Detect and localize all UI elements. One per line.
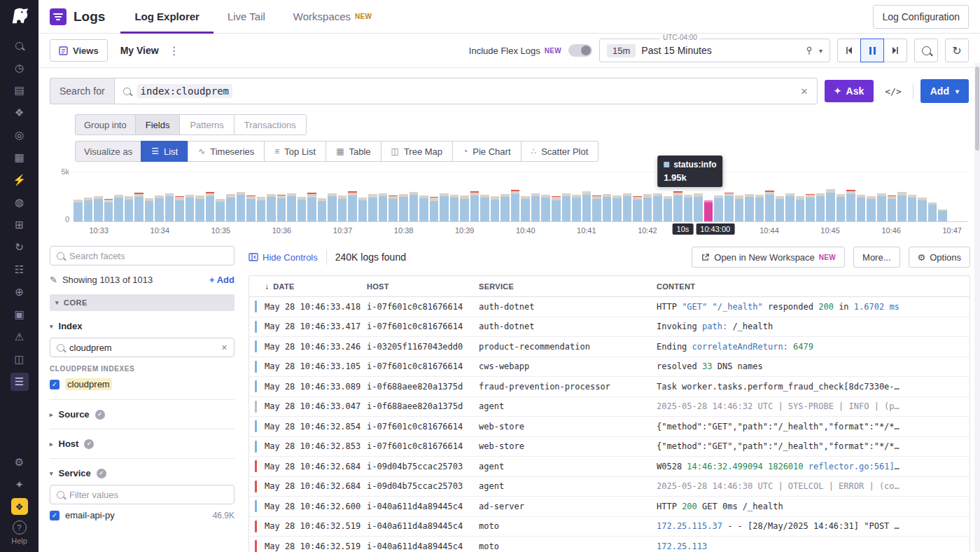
histogram-bar[interactable]: [785, 172, 794, 221]
synthetics-icon[interactable]: ⊞: [10, 216, 29, 234]
time-back-button[interactable]: [837, 39, 861, 62]
histogram-bar[interactable]: [338, 172, 347, 221]
tab-live-tail[interactable]: Live Tail: [214, 0, 279, 34]
histogram-bar[interactable]: [623, 172, 632, 221]
log-configuration-button[interactable]: Log Configuration: [873, 5, 969, 29]
group-fields-tab[interactable]: Fields: [135, 114, 181, 135]
open-in-workspace-button[interactable]: Open in New Workspace NEW: [692, 247, 845, 268]
facet-service-header[interactable]: ▾ Service ✓: [50, 468, 234, 478]
facet-index-header[interactable]: ▾ Index: [50, 321, 234, 331]
add-facet-button[interactable]: + Add: [209, 275, 234, 285]
log-row[interactable]: May 28 10:46:32.684i-09d04b75ccac25703ag…: [249, 457, 969, 477]
histogram-bar[interactable]: [603, 172, 612, 221]
viz-top-list-tab[interactable]: ≡ Top List: [264, 141, 326, 162]
viz-tree-map-tab[interactable]: ◫ Tree Map: [381, 141, 454, 162]
pin-icon[interactable]: [805, 46, 813, 55]
histogram-bar[interactable]: [399, 172, 408, 221]
facet-source-header[interactable]: ▸ Source ✓: [50, 409, 234, 420]
sort-desc-icon[interactable]: ↓: [265, 282, 269, 291]
histogram-bar[interactable]: [460, 172, 469, 221]
log-row[interactable]: May 28 10:46:33.418i-07f601c0c81676614au…: [249, 297, 969, 317]
facet-search-input[interactable]: Search facets: [50, 246, 234, 265]
histogram-bar[interactable]: [806, 172, 815, 221]
flex-logs-toggle[interactable]: [568, 44, 592, 57]
facet-value-cloudprem[interactable]: ✓ cloudprem: [50, 378, 234, 390]
log-row[interactable]: May 28 10:46:33.047i-0f688aee820a1375dag…: [249, 397, 969, 418]
group-patterns-tab[interactable]: Patterns: [179, 114, 234, 135]
histogram-bar[interactable]: [928, 172, 937, 221]
view-menu-kebab-icon[interactable]: ⋮: [166, 44, 183, 57]
histogram-bar[interactable]: [125, 172, 134, 221]
histogram-bar[interactable]: [287, 172, 296, 221]
histogram-bar[interactable]: [765, 172, 774, 221]
histogram-bar[interactable]: [857, 172, 866, 221]
histogram-bar[interactable]: [724, 172, 734, 221]
histogram-bar[interactable]: [237, 172, 246, 221]
index-filter-input[interactable]: cloudprem ✕: [50, 338, 234, 357]
histogram-bar[interactable]: [735, 172, 744, 221]
code-view-button[interactable]: </>: [881, 83, 905, 99]
viz-timeseries-tab[interactable]: ∿ Timeseries: [188, 141, 265, 162]
refresh-button[interactable]: ↻: [945, 39, 969, 62]
histogram-bar[interactable]: [94, 172, 103, 221]
rum-icon[interactable]: ◍: [10, 193, 29, 212]
histogram-bar[interactable]: [908, 172, 917, 221]
histogram-bar[interactable]: [104, 172, 113, 221]
tab-workspaces[interactable]: Workspaces NEW: [279, 0, 386, 34]
error-tracking-icon[interactable]: ⚠: [10, 328, 29, 346]
histogram-bar[interactable]: [877, 172, 886, 221]
viz-table-tab[interactable]: ▦ Table: [326, 141, 381, 162]
histogram-bar[interactable]: [257, 172, 266, 221]
service-filter-input[interactable]: Filter values: [50, 485, 234, 504]
histogram-bar[interactable]: [480, 172, 489, 221]
histogram-bar[interactable]: [74, 172, 83, 221]
sparkle-icon[interactable]: ✦: [10, 476, 29, 494]
tab-log-explorer[interactable]: Log Explorer: [120, 0, 214, 34]
histogram-bar[interactable]: [206, 172, 215, 221]
log-row[interactable]: May 28 10:46:32.853i-07f601c0c81676614we…: [249, 437, 969, 457]
log-row[interactable]: May 28 10:46:33.089i-0f688aee820a1375dfr…: [249, 377, 969, 397]
histogram-bar[interactable]: [410, 172, 419, 221]
settings-icon[interactable]: ⚙: [10, 453, 29, 471]
histogram-bar[interactable]: [216, 172, 225, 221]
histogram-bar[interactable]: [84, 172, 93, 221]
datadog-logo[interactable]: [9, 6, 30, 28]
facet-value-email-api-py[interactable]: ✓ email-api-py 46.9K: [50, 510, 234, 520]
security-icon[interactable]: ▣: [10, 305, 29, 324]
histogram-bar[interactable]: [379, 172, 388, 221]
histogram-bar[interactable]: [826, 172, 835, 221]
viz-scatter-plot-tab[interactable]: ∴ Scatter Plot: [521, 141, 599, 162]
histogram-bar[interactable]: [918, 172, 927, 221]
histogram-bar[interactable]: [195, 172, 204, 221]
histogram-bar[interactable]: [470, 172, 479, 221]
time-range-picker[interactable]: UTC-04:00 15m Past 15 Minutes ▾: [599, 39, 830, 62]
histogram-bar[interactable]: [388, 172, 398, 221]
watchdog-icon[interactable]: ◷: [10, 59, 29, 77]
histogram-bar[interactable]: [430, 172, 439, 221]
views-button[interactable]: Views: [50, 39, 108, 62]
search-icon[interactable]: [10, 36, 29, 55]
histogram-bar[interactable]: [612, 172, 622, 221]
histogram-bar[interactable]: [246, 172, 255, 221]
log-row[interactable]: May 28 10:46:32.519i-040a611d4a89445c4mo…: [249, 537, 969, 552]
column-header-content[interactable]: CONTENT: [657, 282, 969, 291]
zoom-button[interactable]: [914, 39, 938, 62]
histogram-bar[interactable]: [318, 172, 327, 221]
log-row[interactable]: May 28 10:46:32.600i-040a611d4a89445c4ad…: [249, 497, 969, 517]
histogram-bar[interactable]: [511, 172, 520, 221]
histogram-bar[interactable]: [267, 172, 276, 221]
facet-host-header[interactable]: ▸ Host ✓: [50, 439, 234, 449]
histogram-bar[interactable]: [307, 172, 316, 221]
edit-facets-icon[interactable]: ✎: [50, 275, 57, 285]
log-row[interactable]: May 28 10:46:33.105i-07f601c0c81676614cw…: [249, 357, 969, 378]
histogram-bar[interactable]: [368, 172, 377, 221]
histogram-bar[interactable]: [186, 172, 195, 221]
log-row[interactable]: May 28 10:46:32.854i-07f601c0c81676614we…: [249, 417, 969, 437]
histogram-bar[interactable]: [938, 172, 947, 221]
scrollbar-thumb[interactable]: [975, 67, 979, 151]
histogram-bar[interactable]: [562, 172, 571, 221]
histogram-bar[interactable]: [948, 172, 958, 221]
histogram-bar[interactable]: [155, 172, 164, 221]
histogram-bar[interactable]: [165, 172, 174, 221]
histogram-bar[interactable]: [531, 172, 540, 221]
